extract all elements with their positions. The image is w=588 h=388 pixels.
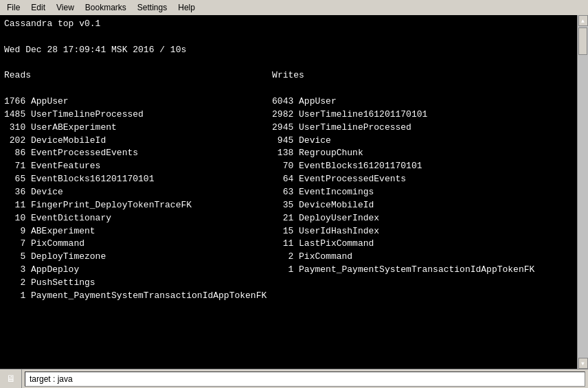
scroll-down-button[interactable]: ▼ (578, 358, 588, 369)
menu-bookmarks[interactable]: Bookmarks (80, 0, 132, 15)
terminal-content: Cassandra top v0.1 Wed Dec 28 17:09:41 M… (0, 15, 577, 369)
table-row: 2 PushSettings (4, 277, 272, 288)
table-row: 3 AppDeploy 1 Payment_PaymentSystemTrans… (4, 264, 534, 275)
terminal-icon: 🖥 (0, 369, 22, 389)
table-row: 5 DeployTimezone 2 PixCommand (4, 251, 352, 262)
table-row: 71 EventFeatures 70 EventBlocks161201170… (4, 161, 422, 171)
table-row: 1485 UserTimelineProcessed 2982 UserTime… (4, 109, 427, 119)
reads-header: Reads (4, 70, 272, 80)
scroll-up-button[interactable]: ▲ (578, 15, 588, 26)
table-row: 9 ABExperiment 15 UserIdHashIndex (4, 226, 379, 236)
scroll-track (578, 26, 588, 358)
table-row: 86 EventProcessedEvents 138 RegroupChunk (4, 148, 363, 158)
table-row: 10 EventDictionary 21 DeployUserIndex (4, 213, 379, 223)
table-row: 202 DeviceMobileId 945 Device (4, 135, 331, 146)
writes-header: Writes (272, 70, 304, 80)
menu-view[interactable]: View (51, 0, 80, 15)
datetime-line: Wed Dec 28 17:09:41 MSK 2016 / 10s (4, 45, 186, 55)
menu-file[interactable]: File (1, 0, 25, 15)
status-target-label: target : java (25, 372, 585, 387)
menu-settings[interactable]: Settings (132, 0, 172, 15)
table-row: 36 Device 63 EventIncomings (4, 187, 374, 197)
table-row: 7 PixCommand 11 LastPixCommand (4, 238, 374, 249)
menu-help[interactable]: Help (172, 0, 201, 15)
statusbar: 🖥 target : java (0, 369, 588, 388)
table-row: 1 Payment_PaymentSystemTransactionIdAppT… (4, 290, 272, 301)
table-row: 65 EventBlocks161201170101 64 EventProce… (4, 174, 406, 184)
scroll-thumb[interactable] (578, 27, 587, 55)
terminal-container: Cassandra top v0.1 Wed Dec 28 17:09:41 M… (0, 15, 588, 369)
table-row: 1766 AppUser 6043 AppUser (4, 96, 337, 106)
menu-edit[interactable]: Edit (25, 0, 51, 15)
scrollbar-y[interactable]: ▲ ▼ (577, 15, 588, 369)
table-row: 310 UserABExperiment 2945 UserTimelinePr… (4, 122, 411, 133)
menubar: File Edit View Bookmarks Settings Help (0, 0, 588, 15)
table-row: 11 FingerPrint_DeployTokenTraceFK 35 Dev… (4, 200, 374, 210)
title-line: Cassandra top v0.1 (4, 19, 100, 29)
